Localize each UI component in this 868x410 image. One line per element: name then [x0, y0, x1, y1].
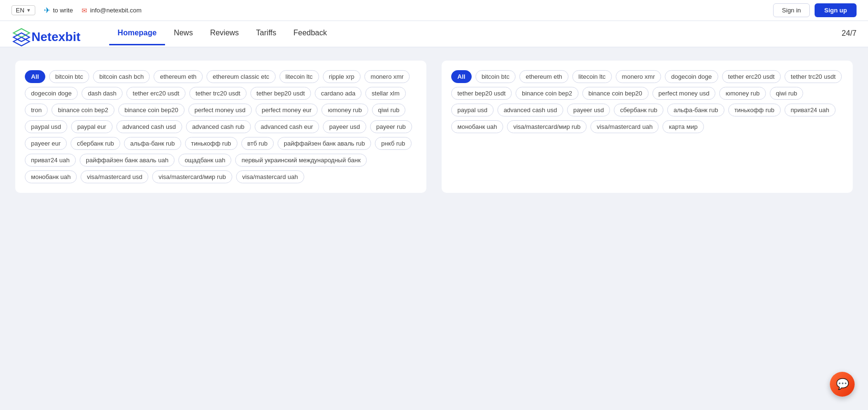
lang-selector[interactable]: EN ▼ [11, 5, 35, 15]
left-tag[interactable]: tether bep20 usdt [250, 87, 311, 100]
right-tag-section: Allbitcoin btcethereum ethlitecoin ltcmo… [442, 61, 853, 193]
telegram-link[interactable]: ✈ to write [44, 6, 73, 15]
left-tag[interactable]: advanced cash rub [186, 120, 251, 133]
nav-item-tariffs[interactable]: Tariffs [248, 29, 285, 45]
nav-item-feedback[interactable]: Feedback [285, 29, 335, 45]
left-tag[interactable]: visa/mastercard usd [81, 170, 148, 183]
nav: HomepageNewsReviewsTariffsFeedback [109, 29, 842, 45]
left-tag[interactable]: paypal usd [25, 120, 67, 133]
lang-label: EN [16, 7, 24, 14]
left-tag[interactable]: tether erc20 usdt [126, 87, 186, 100]
right-tag[interactable]: bitcoin btc [475, 70, 516, 83]
right-tag[interactable]: ethereum eth [519, 70, 568, 83]
left-tag-list: Allbitcoin btcbitcoin cash bchethereum e… [25, 70, 417, 183]
left-tag[interactable]: visa/mastercard uah [236, 170, 304, 183]
left-tag[interactable]: advanced cash eur [255, 120, 320, 133]
left-tag[interactable]: ethereum classic etc [207, 70, 276, 83]
left-tag[interactable]: payeer rub [370, 120, 412, 133]
right-tag[interactable]: альфа-банк rub [667, 104, 724, 116]
right-tag[interactable]: сбербанк rub [614, 104, 663, 116]
left-tag[interactable]: binance coin bep2 [52, 104, 114, 116]
nav-item-homepage[interactable]: Homepage [109, 29, 165, 45]
email-icon: ✉ [82, 7, 87, 14]
left-tag[interactable]: монобанк uah [25, 170, 77, 183]
left-tag[interactable]: payeer usd [323, 120, 366, 133]
right-tag[interactable]: tether trc20 usdt [785, 70, 842, 83]
topbar-right: Sign in Sign up [773, 3, 857, 17]
nav-item-reviews[interactable]: Reviews [201, 29, 247, 45]
left-tag[interactable]: dogecoin doge [25, 87, 78, 100]
right-tag[interactable]: All [451, 70, 472, 83]
right-tag[interactable]: payeer usd [567, 104, 610, 116]
right-tag[interactable]: binance coin bep2 [516, 87, 579, 100]
topbar-left: EN ▼ ✈ to write ✉ info@netexbit.com [11, 5, 142, 15]
right-tag[interactable]: visa/mastercard/мир rub [507, 120, 587, 133]
left-tag[interactable]: bitcoin cash bch [93, 70, 150, 83]
left-tag[interactable]: райффайзен банк аваль rub [278, 137, 371, 150]
left-tag[interactable]: cardano ada [315, 87, 362, 100]
right-tag[interactable]: карта мир [662, 120, 703, 133]
right-tag[interactable]: litecoin ltc [572, 70, 612, 83]
chevron-down-icon: ▼ [26, 8, 31, 13]
right-tag[interactable]: advanced cash usd [497, 104, 563, 116]
left-tag[interactable]: юmoney rub [321, 104, 368, 116]
left-tag[interactable]: dash dash [82, 87, 123, 100]
right-tag[interactable]: монобанк uah [451, 120, 503, 133]
left-tag[interactable]: рнкб rub [375, 137, 411, 150]
left-tag[interactable]: ripple xrp [323, 70, 361, 83]
left-tag[interactable]: приват24 uah [25, 154, 76, 167]
left-tag[interactable]: ethereum eth [154, 70, 203, 83]
left-tag[interactable]: втб rub [241, 137, 274, 150]
right-tag[interactable]: тинькофф rub [728, 104, 781, 116]
left-tag[interactable]: perfect money eur [256, 104, 318, 116]
left-tag[interactable]: qiwi rub [372, 104, 406, 116]
left-tag[interactable]: All [25, 70, 45, 83]
email-address: info@netexbit.com [90, 7, 142, 14]
telegram-icon: ✈ [44, 6, 50, 15]
header: Netexbit HomepageNewsReviewsTariffsFeedb… [0, 21, 868, 47]
logo-area: Netexbit [11, 27, 81, 47]
left-tag[interactable]: альфа-банк rub [124, 137, 181, 150]
right-tag[interactable]: monero xmr [616, 70, 661, 83]
left-tag[interactable]: binance coin bep20 [118, 104, 185, 116]
right-tag[interactable]: tether erc20 usdt [722, 70, 781, 83]
main-content: Allbitcoin btcbitcoin cash bchethereum e… [0, 47, 868, 206]
logo-text: Netexbit [31, 30, 81, 44]
signup-button[interactable]: Sign up [815, 3, 857, 17]
left-tag[interactable]: visa/mastercard/мир rub [152, 170, 232, 183]
right-tag[interactable]: paypal usd [451, 104, 494, 116]
right-tag[interactable]: tether bep20 usdt [451, 87, 512, 100]
right-tag[interactable]: binance coin bep20 [582, 87, 649, 100]
left-tag[interactable]: tether trc20 usdt [189, 87, 247, 100]
left-tag[interactable]: payeer eur [25, 137, 67, 150]
left-tag-section: Allbitcoin btcbitcoin cash bchethereum e… [15, 61, 426, 193]
right-tag[interactable]: юmoney rub [719, 87, 765, 100]
left-tag[interactable]: stellar xlm [365, 87, 406, 100]
left-tag[interactable]: первый украинский международный банк [235, 154, 367, 167]
right-tag[interactable]: dogecoin doge [665, 70, 718, 83]
right-tag[interactable]: perfect money usd [652, 87, 716, 100]
left-tag[interactable]: райффайзен банк аваль uah [80, 154, 175, 167]
left-tag[interactable]: monero xmr [364, 70, 410, 83]
left-tag[interactable]: paypal eur [71, 120, 113, 133]
right-tag[interactable]: qiwi rub [770, 87, 804, 100]
support-label: 24/7 [842, 29, 857, 44]
left-tag[interactable]: advanced cash usd [116, 120, 182, 133]
right-tag[interactable]: приват24 uah [785, 104, 836, 116]
logo-icon [11, 27, 31, 47]
right-tag[interactable]: visa/mastercard uah [590, 120, 659, 133]
telegram-label: to write [53, 7, 73, 14]
topbar: EN ▼ ✈ to write ✉ info@netexbit.com Sign… [0, 0, 868, 21]
left-tag[interactable]: сбербанк rub [71, 137, 120, 150]
email-link[interactable]: ✉ info@netexbit.com [82, 7, 142, 14]
left-tag[interactable]: perfect money usd [188, 104, 252, 116]
left-tag[interactable]: ощадбанк uah [178, 154, 231, 167]
nav-item-news[interactable]: News [165, 29, 201, 45]
left-tag[interactable]: bitcoin btc [49, 70, 90, 83]
left-tag[interactable]: тинькофф rub [185, 137, 238, 150]
left-tag[interactable]: litecoin ltc [279, 70, 319, 83]
signin-button[interactable]: Sign in [773, 3, 810, 17]
left-tag[interactable]: tron [25, 104, 48, 116]
right-tag-list: Allbitcoin btcethereum ethlitecoin ltcmo… [451, 70, 843, 133]
